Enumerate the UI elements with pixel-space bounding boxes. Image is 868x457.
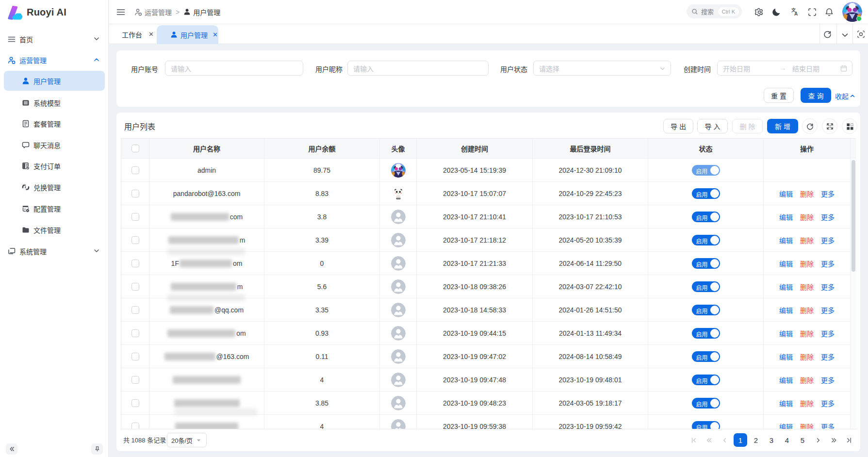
svg-text:A: A (794, 11, 798, 16)
